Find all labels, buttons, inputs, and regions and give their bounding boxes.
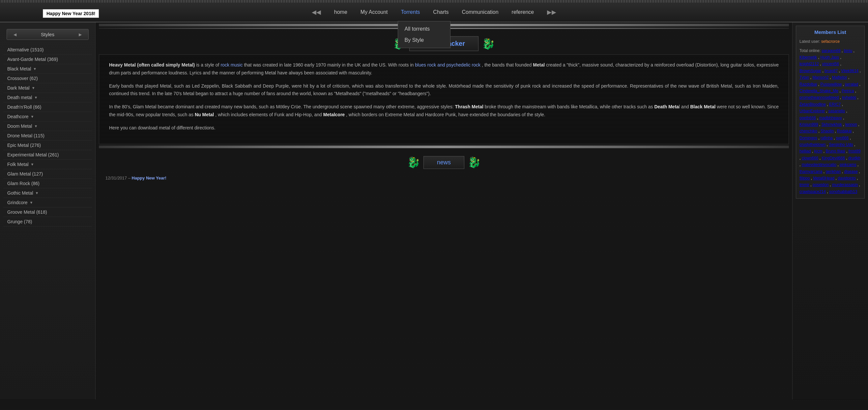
members-info: Latest user: sefacrorce: [800, 38, 861, 45]
online-user-link[interactable]: kjcm: [814, 149, 823, 153]
online-user-link[interactable]: crawlspace214: [800, 190, 826, 194]
online-user-link[interactable]: crustytheklown: [800, 142, 826, 147]
online-user-link[interactable]: disease: [844, 169, 858, 174]
online-user-link[interactable]: Metal0Head: [813, 176, 834, 180]
main-layout: ◀ Styles ▶ Alternative (1510) Avant-Gard…: [0, 23, 868, 400]
sidebar-item-label: Epic Metal (276): [7, 143, 41, 148]
online-user-link[interactable]: Tytan: [800, 75, 809, 80]
online-user-link[interactable]: brujo87: [825, 68, 838, 73]
online-user-link[interactable]: rafinha: [820, 136, 833, 140]
online-user-link[interactable]: Petrica: [842, 89, 854, 93]
online-user-link[interactable]: Malfeitor: [832, 75, 847, 80]
sidebar-item-glamrock[interactable]: Glam Rock (86): [3, 179, 92, 189]
sidebar-item-folkmetal[interactable]: Folk Metal ▼: [3, 160, 92, 169]
sidebar-item-deathnroll[interactable]: Death'n'Roll (66): [3, 102, 92, 112]
sidebar-item-grindcore[interactable]: Grindcore ▼: [3, 198, 92, 207]
sidebar-item-experimentalmetal[interactable]: Experimental Metal (261): [3, 150, 92, 160]
dropdown-all-torrents[interactable]: All torrents: [398, 23, 450, 35]
sidebar-item-blackmetal[interactable]: Black Metal ▼: [3, 64, 92, 74]
online-user-link[interactable]: Bruno filasi: [826, 149, 845, 153]
sidebar-item-groovemetal[interactable]: Groove Metal (618): [3, 207, 92, 217]
online-user-link[interactable]: UrbanExplorer: [800, 109, 825, 113]
online-user-link[interactable]: Hugh Jass: [820, 55, 839, 60]
sidebar-item-glammetal[interactable]: Glam Metal (127): [3, 169, 92, 179]
news-title-label: news: [437, 159, 451, 166]
online-user-link[interactable]: Shaolin: [820, 129, 834, 133]
online-user-link[interactable]: madbhheavy: [819, 115, 842, 120]
online-user-link[interactable]: prometheannosebleed: [800, 95, 839, 100]
online-user-link[interactable]: paragon69: [822, 48, 840, 53]
nav-link-home[interactable]: home: [334, 9, 347, 15]
nav-item-communication[interactable]: Communication: [462, 9, 498, 15]
online-user-link[interactable]: sasariello: [828, 109, 845, 113]
online-user-link[interactable]: Vitek9614: [841, 68, 859, 73]
online-user-link[interactable]: jarralad: [845, 82, 858, 87]
online-user-link[interactable]: ERIC7: [829, 102, 841, 107]
online-user-link[interactable]: Kibernetik: [800, 55, 817, 60]
online-user-link[interactable]: lennon: [845, 122, 857, 127]
online-user-link[interactable]: malevolentinvocatio: [802, 162, 836, 167]
online-user-link[interactable]: murderassasin: [832, 182, 858, 187]
sidebar-item-dronemetal[interactable]: Drone Metal (115): [3, 131, 92, 141]
online-user-link[interactable]: Serginho Udo: [829, 142, 853, 147]
online-user-link[interactable]: filippo: [800, 176, 810, 180]
dropdown-by-style[interactable]: By Style: [398, 35, 450, 46]
online-user-link[interactable]: opeth666: [800, 115, 816, 120]
online-user-link[interactable]: biniu: [844, 48, 852, 53]
nav-deco-arrow-left: ◀◀: [312, 8, 321, 16]
online-user-link[interactable]: tmmir: [800, 182, 809, 187]
online-user-link[interactable]: pinkcams: [840, 162, 857, 167]
sidebar-item-deathcore[interactable]: Deathcore ▼: [3, 112, 92, 122]
nav-link-torrents[interactable]: Torrents: [401, 9, 420, 15]
nav-item-reference[interactable]: reference: [512, 9, 534, 15]
sidebar-item-avantgarde[interactable]: Avant-Garde Metal (369): [3, 55, 92, 64]
online-user-link[interactable]: Krisiun999: [800, 122, 818, 127]
nav-item-torrents[interactable]: Torrents All torrents By Style: [401, 9, 420, 15]
online-user-link[interactable]: ZetanBloodline: [800, 102, 826, 107]
nav-item-charts[interactable]: Charts: [433, 9, 448, 15]
sidebar-item-epicmetal[interactable]: Epic Metal (276): [3, 141, 92, 150]
online-user-link[interactable]: Cinderella_Shake_Me: [800, 89, 838, 93]
sidebar-item-alternative[interactable]: Alternative (1510): [3, 45, 92, 55]
online-user-link[interactable]: clown666: [802, 156, 818, 160]
nav-link-charts[interactable]: Charts: [433, 9, 448, 15]
sidebar-item-gothicmetal[interactable]: Gothic Metal ▼: [3, 189, 92, 198]
latest-user-link[interactable]: sefacrorce: [821, 39, 840, 44]
news-link[interactable]: Happy New Year!: [132, 175, 166, 180]
online-user-link[interactable]: BrownSugar: [800, 68, 821, 73]
online-user-link[interactable]: sonofsabbath13: [829, 190, 857, 194]
online-user-link[interactable]: chenchiko: [800, 129, 817, 133]
nav-item-myaccount[interactable]: My Account: [361, 9, 388, 15]
online-user-link[interactable]: helliad: [800, 149, 811, 153]
online-user-link[interactable]: syn666: [836, 136, 849, 140]
online-user-link[interactable]: Pussywillow: [820, 82, 842, 87]
online-user-link[interactable]: KingDevil666: [822, 156, 845, 160]
sidebar-item-label: Groove Metal (618): [7, 209, 47, 215]
nav-link-communication[interactable]: Communication: [462, 9, 498, 15]
sidebar-item-crossover[interactable]: Crossover (62): [3, 74, 92, 83]
nav-link-myaccount[interactable]: My Account: [361, 9, 388, 15]
sidebar-item-deathmetal[interactable]: Death metal ▼: [3, 93, 92, 102]
online-user-link[interactable]: frost89: [848, 149, 861, 153]
online-user-link[interactable]: davidpinto: [838, 176, 856, 180]
nav-link-reference[interactable]: reference: [512, 9, 534, 15]
online-user-link[interactable]: Manson2: [812, 75, 829, 80]
online-user-link[interactable]: Domingos: [800, 136, 817, 140]
article-link-bluesrock[interactable]: blues rock and psychedelic rock: [415, 62, 480, 68]
online-user-link[interactable]: Razdolbai: [800, 82, 817, 87]
sidebar-item-doommetal[interactable]: Doom Metal ▼: [3, 122, 92, 131]
online-user-link[interactable]: Rodakai: [837, 129, 851, 133]
article-link-rockmusic[interactable]: rock music: [220, 62, 243, 68]
sidebar-item-darkmetal[interactable]: Dark Metal ▼: [3, 83, 92, 93]
online-user-link[interactable]: drudkh: [848, 156, 861, 160]
online-user-link[interactable]: gerikhan: [826, 169, 841, 174]
online-user-link[interactable]: knight2112: [800, 62, 819, 66]
online-user-link[interactable]: thamyarcana: [800, 169, 822, 174]
online-user-link[interactable]: Skhrnykhsk: [822, 122, 842, 127]
online-user-link[interactable]: kyheikki: [842, 95, 856, 100]
online-user-link[interactable]: poseidon: [813, 182, 829, 187]
online-user-link[interactable]: vincent56: [822, 62, 839, 66]
nav-item-home[interactable]: home: [334, 9, 347, 15]
sidebar-item-label: Death'n'Roll (66): [7, 104, 41, 110]
sidebar-item-grunge[interactable]: Grunge (78): [3, 217, 92, 227]
